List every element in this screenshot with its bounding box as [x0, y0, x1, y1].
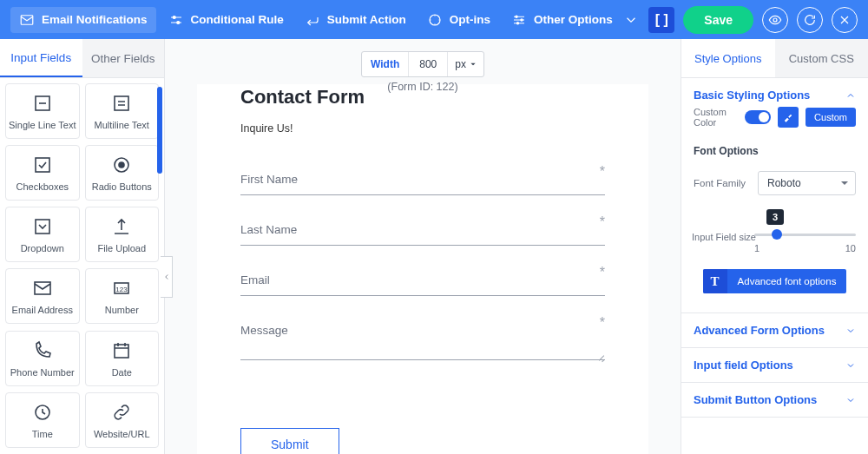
text-line-icon [31, 92, 54, 115]
required-asterisk-icon: * [600, 315, 605, 331]
refresh-icon [803, 13, 817, 27]
section-advanced-form-options: Advanced Form Options [681, 313, 868, 348]
field-single-line-text[interactable]: Single Line Text [5, 83, 80, 139]
field-radio-buttons[interactable]: Radio Buttons [85, 145, 160, 201]
width-control[interactable]: Width 800 px [361, 51, 484, 77]
left-fields-panel: Input Fields Other Fields Single Line Te… [0, 39, 165, 454]
input-size-slider-group: Input Field size 3 1 10 [694, 211, 856, 253]
text-t-icon: T [703, 269, 727, 293]
tab-other-fields[interactable]: Other Fields [82, 39, 165, 77]
return-icon [305, 12, 320, 28]
field-palette: Single Line Text Multiline Text Checkbox… [0, 78, 164, 454]
form-preview: Contact Form Inquire Us! First Name * La… [197, 84, 648, 454]
toolbar-right-group: [ ] Save [648, 6, 858, 34]
toolbar-submit-action[interactable]: Submit Action [296, 7, 415, 33]
slider-min: 1 [754, 243, 760, 253]
svg-rect-13 [36, 220, 49, 234]
field-dropdown[interactable]: Dropdown [5, 207, 80, 262]
chevron-down-icon [845, 395, 856, 405]
checkbox-icon [31, 154, 54, 176]
optin-icon [427, 12, 443, 28]
collapse-left-panel[interactable] [161, 256, 173, 298]
svg-point-4 [516, 16, 517, 17]
form-field-message[interactable]: Message * [240, 320, 605, 360]
link-icon [110, 401, 133, 424]
toolbar-opt-ins[interactable]: Opt-ins [418, 7, 499, 33]
text-multi-icon [110, 92, 133, 115]
custom-color-toggle[interactable] [745, 110, 771, 124]
advanced-font-options-button[interactable]: T Advanced font options [703, 269, 847, 293]
section-basic-styling: Basic Styling Options Custom Color Custo… [681, 78, 868, 313]
field-website-url[interactable]: Website/URL [85, 392, 160, 448]
section-input-field-options: Input field Options [681, 348, 868, 383]
toolbar-label: Submit Action [327, 13, 406, 26]
color-picker-button[interactable] [778, 107, 799, 128]
required-asterisk-icon: * [600, 164, 605, 180]
section-header-input-field[interactable]: Input field Options [681, 348, 868, 382]
toolbar-label: Other Options [534, 13, 613, 26]
chevron-down-icon [845, 360, 856, 371]
tab-input-fields[interactable]: Input Fields [0, 39, 82, 77]
caret-down-icon [470, 61, 477, 68]
toolbar-conditional-rule[interactable]: Conditional Rule [160, 7, 293, 33]
toolbar-email-notifications[interactable]: Email Notifications [10, 7, 156, 33]
form-field-last-name[interactable]: Last Name * [240, 220, 605, 246]
input-size-slider[interactable]: 3 [754, 234, 856, 236]
section-header-submit-button[interactable]: Submit Button Options [681, 383, 868, 417]
save-button[interactable]: Save [683, 6, 753, 34]
chevron-up-icon [845, 90, 856, 101]
field-phone-number[interactable]: Phone Number [5, 331, 80, 386]
close-button[interactable] [832, 7, 858, 33]
field-checkboxes[interactable]: Checkboxes [5, 145, 80, 201]
font-family-select[interactable]: Roboto [758, 171, 856, 195]
svg-point-5 [521, 18, 523, 20]
section-header-advanced-form[interactable]: Advanced Form Options [681, 313, 868, 347]
svg-point-12 [119, 162, 124, 168]
toolbar-label: Opt-ins [450, 13, 490, 26]
slider-max: 10 [845, 243, 856, 253]
form-field-email[interactable]: Email * [240, 270, 605, 296]
svg-rect-10 [36, 158, 49, 172]
preview-button[interactable] [762, 7, 788, 33]
right-style-panel: Style Options Custom CSS Basic Styling O… [681, 39, 868, 454]
form-field-first-name[interactable]: First Name * [240, 169, 605, 195]
radio-icon [110, 154, 133, 176]
font-options-title: Font Options [694, 145, 856, 157]
font-family-label: Font Family [694, 178, 749, 188]
slider-thumb[interactable] [772, 229, 782, 240]
settings-icon [511, 12, 527, 28]
refresh-button[interactable] [797, 7, 823, 33]
svg-text:123: 123 [116, 286, 128, 293]
mail-icon [31, 277, 54, 299]
field-number[interactable]: 123Number [85, 268, 160, 324]
width-unit-select[interactable]: px [447, 52, 483, 76]
field-file-upload[interactable]: File Upload [85, 207, 160, 262]
svg-rect-0 [21, 15, 33, 24]
tab-custom-css[interactable]: Custom CSS [775, 39, 869, 77]
toolbar-other-options[interactable]: Other Options [503, 7, 648, 33]
form-id-label: (Form ID: 122) [387, 81, 457, 93]
eyedropper-icon [783, 112, 793, 122]
custom-color-label: Custom Color [694, 107, 738, 128]
field-email-address[interactable]: Email Address [5, 268, 80, 324]
field-time[interactable]: Time [5, 392, 80, 448]
input-size-label: Input Field size [692, 232, 756, 242]
width-value[interactable]: 800 [409, 52, 447, 76]
custom-color-button[interactable]: Custom [806, 108, 856, 127]
svg-point-7 [773, 18, 777, 22]
form-submit-button[interactable]: Submit [240, 428, 339, 454]
dropdown-icon [31, 215, 54, 238]
textarea-resize-handle-icon[interactable] [596, 353, 605, 362]
sliders-icon [168, 12, 184, 28]
left-scrollbar[interactable] [157, 87, 162, 174]
form-subtitle[interactable]: Inquire Us! [240, 122, 605, 135]
toolbar-left-group: Email Notifications Conditional Rule Sub… [10, 7, 648, 33]
slider-value-tooltip: 3 [766, 209, 784, 225]
code-brackets-button[interactable]: [ ] [648, 7, 674, 33]
form-canvas: Width 800 px (Form ID: 122) Contact Form… [165, 39, 681, 454]
number-icon: 123 [110, 277, 133, 299]
section-submit-button-options: Submit Button Options [681, 383, 868, 418]
field-multiline-text[interactable]: Multiline Text [85, 83, 160, 139]
field-date[interactable]: Date [85, 331, 160, 386]
tab-style-options[interactable]: Style Options [681, 39, 775, 77]
